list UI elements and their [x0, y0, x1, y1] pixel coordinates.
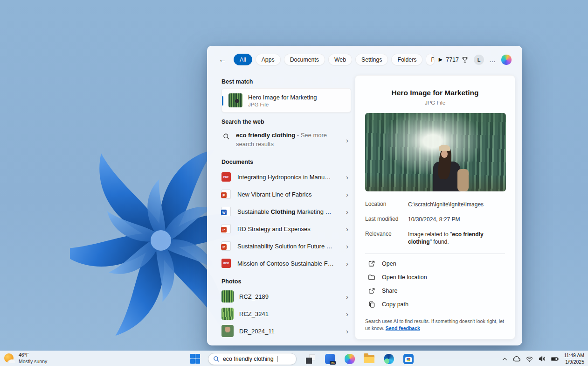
tab-web[interactable]: Web	[328, 54, 352, 65]
preview-title: Hero Image for Marketing	[365, 89, 505, 97]
photo-result-row[interactable]: RCZ_2189 ›	[216, 288, 354, 305]
chevron-right-icon: ›	[346, 310, 348, 317]
weather-icon	[4, 353, 15, 364]
web-query: eco friendly clothing	[236, 132, 295, 139]
document-result-row[interactable]: RD Strategy and Expenses ›	[216, 220, 354, 238]
taskbar-search-input[interactable]: eco friendly clothing	[208, 353, 297, 365]
start-button[interactable]	[190, 354, 200, 364]
search-icon	[213, 356, 220, 362]
wifi-icon[interactable]	[526, 355, 533, 362]
web-search-result[interactable]: eco friendly clothing - See more search …	[216, 128, 354, 153]
relevance-label: Relevance	[365, 231, 408, 246]
search-flyout: ← All Apps Documents Web Settings Folder…	[207, 46, 522, 345]
system-tray: 11:49 AM 1/9/2025	[502, 351, 584, 366]
rewards-trophy-icon	[461, 56, 469, 63]
share-icon	[368, 287, 375, 295]
microsoft-store-icon[interactable]	[402, 353, 414, 365]
chevron-right-icon: ›	[346, 137, 348, 144]
photo-thumbnail	[221, 325, 234, 337]
pdf-file-icon	[221, 172, 231, 182]
search-filter-tabbar: ← All Apps Documents Web Settings Folder…	[208, 46, 522, 69]
document-result-row[interactable]: Sustainability Solution for Future … ›	[216, 238, 354, 255]
weather-condition: Mostly sunny	[19, 359, 47, 365]
photo-result-row[interactable]: DR_2024_11 ›	[216, 323, 354, 340]
send-feedback-link[interactable]: Send feedback	[386, 325, 420, 331]
location-label: Location	[365, 201, 408, 209]
open-external-icon	[368, 260, 375, 267]
tab-apps[interactable]: Apps	[256, 54, 281, 65]
chevron-right-icon: ›	[346, 191, 348, 198]
web-section-header: Search the web	[221, 119, 354, 125]
text-cursor	[277, 356, 277, 362]
document-result-row[interactable]: Integrating Hydroponics in Manu… ›	[216, 169, 354, 186]
folder-icon	[368, 274, 375, 281]
pdf-file-icon	[221, 259, 231, 268]
tab-photos-truncated[interactable]: P	[426, 54, 434, 65]
chevron-right-icon: ›	[346, 293, 348, 300]
app-icon-squares[interactable]	[304, 353, 316, 365]
document-result-row[interactable]: Mission of Contoso Sustainable F… ›	[216, 255, 354, 272]
best-match-title: Hero Image for Marketing	[248, 94, 317, 101]
preview-file-type: JPG File	[365, 100, 505, 106]
relevance-value: Image related to "eco friendly clothing"…	[408, 231, 505, 246]
rewards-count: 7717	[446, 56, 459, 63]
share-action[interactable]: Share	[365, 284, 505, 297]
preview-image	[365, 113, 506, 191]
scroll-tabs-icon[interactable]: ▶	[439, 56, 443, 63]
taskbar: 46°F Mostly sunny eco friendly clothing	[0, 351, 588, 366]
edge-browser-icon[interactable]	[383, 353, 394, 365]
preview-pane: Hero Image for Marketing JPG File Locati…	[355, 75, 515, 339]
tab-settings[interactable]: Settings	[355, 54, 388, 65]
tab-folders[interactable]: Folders	[391, 54, 422, 65]
photo-result-row[interactable]: RCZ_3241 ›	[216, 305, 354, 323]
copilot-app-icon[interactable]	[344, 353, 355, 365]
account-avatar[interactable]: L	[474, 55, 484, 65]
app-icon-pix[interactable]	[324, 353, 336, 365]
ai-disclaimer: Search uses AI to find results. If somet…	[365, 318, 505, 333]
weather-widget[interactable]: 46°F Mostly sunny	[4, 352, 47, 365]
more-options-button[interactable]: …	[489, 56, 496, 63]
tray-chevron-up-icon[interactable]	[502, 356, 508, 362]
search-icon	[223, 133, 230, 140]
file-details: Location C:\scratch\Ignite\Ignite\Images…	[365, 201, 505, 246]
weather-temperature: 46°F	[19, 352, 47, 359]
copy-path-action[interactable]: Copy path	[365, 297, 505, 311]
onedrive-cloud-icon[interactable]	[512, 355, 521, 363]
documents-section-header: Documents	[221, 159, 354, 165]
location-value: C:\scratch\Ignite\Ignite\Images	[408, 201, 505, 209]
tab-documents[interactable]: Documents	[284, 54, 325, 65]
tab-all[interactable]: All	[234, 54, 252, 65]
chevron-right-icon: ›	[346, 328, 348, 335]
document-result-row[interactable]: Sustainable Clothing Marketing … ›	[216, 203, 354, 220]
back-button[interactable]: ←	[219, 56, 227, 63]
chevron-right-icon: ›	[346, 243, 348, 250]
last-modified-label: Last modified	[365, 216, 408, 224]
open-file-location-action[interactable]: Open file location	[365, 270, 505, 284]
document-result-row[interactable]: New Vibrant Line of Fabrics ›	[216, 186, 354, 203]
powerpoint-file-icon	[221, 224, 231, 233]
battery-icon[interactable]	[551, 356, 559, 362]
best-match-result[interactable]: Hero Image for Marketing JPG File	[221, 88, 351, 113]
rewards-counter[interactable]: 7717	[446, 56, 469, 63]
powerpoint-file-icon	[221, 190, 231, 199]
best-match-header: Best match	[221, 78, 354, 85]
tray-time: 11:49 AM	[564, 352, 584, 359]
tray-clock[interactable]: 11:49 AM 1/9/2025	[564, 352, 584, 365]
last-modified-value: 10/30/2024, 8:27 PM	[408, 216, 505, 224]
copilot-icon[interactable]	[501, 55, 512, 65]
selection-accent-bar	[222, 96, 223, 106]
best-match-thumbnail	[228, 93, 242, 107]
volume-icon[interactable]	[538, 355, 546, 362]
tray-date: 1/9/2025	[564, 359, 584, 366]
word-file-icon	[221, 207, 231, 216]
photo-thumbnail	[221, 290, 234, 303]
photo-thumbnail	[221, 308, 234, 320]
results-column: Best match Hero Image for Marketing JPG …	[216, 72, 354, 345]
open-action[interactable]: Open	[365, 257, 505, 270]
file-explorer-icon[interactable]	[363, 353, 375, 365]
chevron-right-icon: ›	[346, 225, 348, 232]
powerpoint-file-icon	[221, 241, 231, 251]
chevron-right-icon: ›	[346, 174, 348, 181]
divider	[365, 253, 505, 254]
taskbar-search-value: eco friendly clothing	[223, 356, 274, 362]
